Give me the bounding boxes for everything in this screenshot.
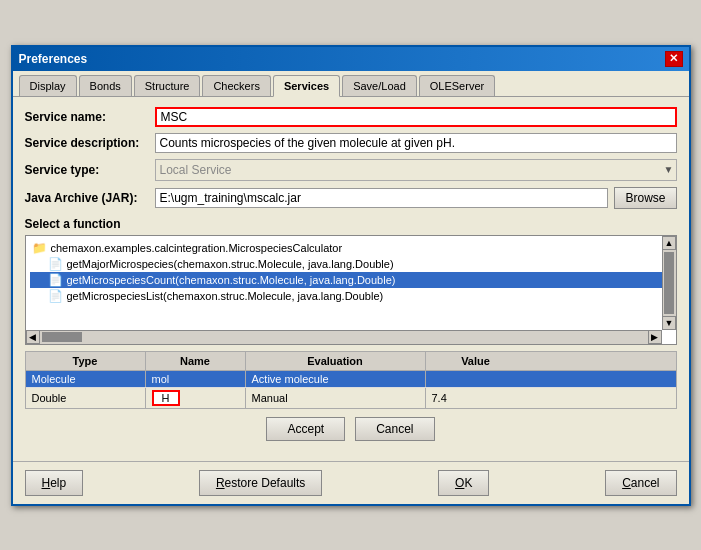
scroll-up-button[interactable]: ▲ (662, 236, 676, 250)
td-value-1: 7.4 (426, 388, 526, 408)
service-description-input[interactable] (155, 133, 677, 153)
file-icon-1: 📄 (48, 257, 63, 271)
browse-button[interactable]: Browse (614, 187, 676, 209)
tree-item-2[interactable]: 📄 getMicrospeciesCount(chemaxon.struc.Mo… (30, 272, 670, 288)
tab-bonds[interactable]: Bonds (79, 75, 132, 96)
file-icon-3: 📄 (48, 289, 63, 303)
eval-value-0: Active molecule (252, 373, 329, 385)
table-header: Type Name Evaluation Value (26, 352, 676, 371)
tab-saveload[interactable]: Save/Load (342, 75, 417, 96)
tab-display[interactable]: Display (19, 75, 77, 96)
tree-item-0[interactable]: 📁 chemaxon.examples.calcintegration.Micr… (30, 240, 670, 256)
scroll-thumb[interactable] (664, 252, 674, 314)
col-evaluation: Evaluation (246, 352, 426, 370)
tree-item-1[interactable]: 📄 getMajorMicrospecies(chemaxon.struc.Mo… (30, 256, 670, 272)
service-name-row: Service name: (25, 107, 677, 127)
table-row-0[interactable]: Molecule mol Active molecule (26, 371, 676, 388)
tab-checkers[interactable]: Checkers (202, 75, 270, 96)
tree-item-label-1: getMajorMicrospecies(chemaxon.struc.Mole… (67, 258, 394, 270)
td-evaluation-0: Active molecule (246, 371, 426, 387)
name-input-highlighted[interactable]: H (152, 390, 180, 406)
tree-inner: 📁 chemaxon.examples.calcintegration.Micr… (26, 236, 676, 322)
name-value-0: mol (152, 373, 170, 385)
window-title: Preferences (19, 52, 88, 66)
hscroll-left-button[interactable]: ◀ (26, 330, 40, 344)
name-value-1: H (162, 392, 170, 404)
horizontal-scrollbar[interactable]: ◀ ▶ (26, 330, 662, 344)
scroll-down-button[interactable]: ▼ (662, 316, 676, 330)
service-description-row: Service description: (25, 133, 677, 153)
java-archive-label: Java Archive (JAR): (25, 191, 155, 205)
preferences-window: Preferences ✕ Display Bonds Structure Ch… (11, 45, 691, 506)
java-archive-input[interactable] (155, 188, 609, 208)
tab-oleserver[interactable]: OLEServer (419, 75, 495, 96)
tree-item-label-3: getMicrospeciesList(chemaxon.struc.Molec… (67, 290, 384, 302)
accept-button[interactable]: Accept (266, 417, 345, 441)
vertical-scrollbar[interactable]: ▲ ▼ (662, 236, 676, 330)
tree-item-3[interactable]: 📄 getMicrospeciesList(chemaxon.struc.Mol… (30, 288, 670, 304)
help-button[interactable]: Help (25, 470, 84, 496)
parameters-table: Type Name Evaluation Value Molecule mol … (25, 351, 677, 409)
td-type-0: Molecule (26, 371, 146, 387)
inner-cancel-button[interactable]: Cancel (355, 417, 434, 441)
service-name-label: Service name: (25, 110, 155, 124)
td-evaluation-1: Manual (246, 388, 426, 408)
tabs-row: Display Bonds Structure Checkers Service… (13, 71, 689, 97)
service-name-input[interactable] (155, 107, 677, 127)
col-type: Type (26, 352, 146, 370)
ok-button[interactable]: OK (438, 470, 489, 496)
col-name: Name (146, 352, 246, 370)
inner-button-row: Accept Cancel (25, 417, 677, 441)
bottom-bar: Help Restore Defaults OK Cancel (13, 461, 689, 504)
service-type-row: Service type: Local Service ▼ (25, 159, 677, 181)
select-function-label: Select a function (25, 217, 677, 231)
function-tree[interactable]: 📁 chemaxon.examples.calcintegration.Micr… (25, 235, 677, 345)
td-value-0 (426, 371, 526, 387)
hscroll-right-button[interactable]: ▶ (648, 330, 662, 344)
file-icon-2: 📄 (48, 273, 63, 287)
tree-item-label-2: getMicrospeciesCount(chemaxon.struc.Mole… (67, 274, 396, 286)
service-type-value: Local Service (155, 159, 677, 181)
java-archive-row: Java Archive (JAR): Browse (25, 187, 677, 209)
val-value-1: 7.4 (432, 392, 447, 404)
folder-icon: 📁 (32, 241, 47, 255)
table-row-1[interactable]: Double H Manual 7.4 (26, 388, 676, 408)
content-area: Service name: Service description: Servi… (13, 97, 689, 461)
cancel-button[interactable]: Cancel (605, 470, 676, 496)
type-value-1: Double (32, 392, 67, 404)
service-type-dropdown[interactable]: Local Service ▼ (155, 159, 677, 181)
restore-defaults-button[interactable]: Restore Defaults (199, 470, 322, 496)
close-button[interactable]: ✕ (665, 51, 683, 67)
col-value: Value (426, 352, 526, 370)
td-type-1: Double (26, 388, 146, 408)
tab-structure[interactable]: Structure (134, 75, 201, 96)
tab-services[interactable]: Services (273, 75, 340, 97)
hscroll-thumb[interactable] (42, 332, 82, 342)
type-value-0: Molecule (32, 373, 76, 385)
title-bar: Preferences ✕ (13, 47, 689, 71)
td-name-0[interactable]: mol (146, 371, 246, 387)
service-description-label: Service description: (25, 136, 155, 150)
td-name-1[interactable]: H (146, 388, 246, 408)
eval-value-1: Manual (252, 392, 288, 404)
service-type-label: Service type: (25, 163, 155, 177)
tree-item-label-0: chemaxon.examples.calcintegration.Micros… (51, 242, 343, 254)
